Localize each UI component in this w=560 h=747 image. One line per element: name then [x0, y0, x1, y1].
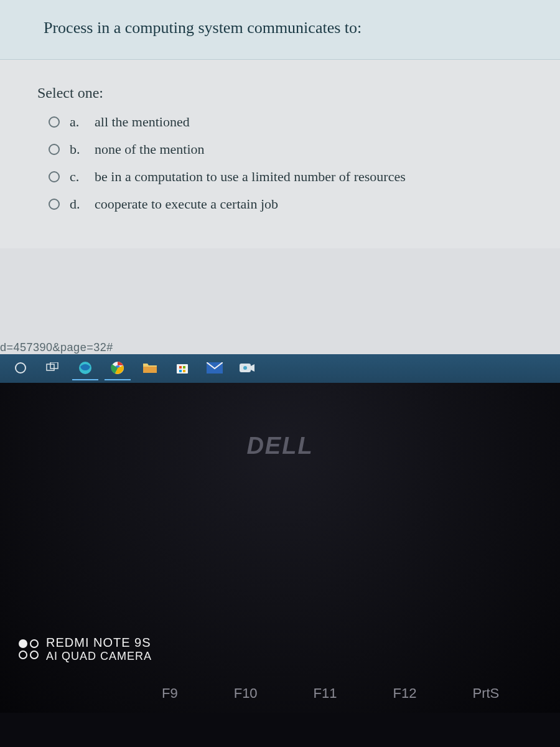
- svg-rect-8: [179, 366, 182, 369]
- key-f9: F9: [162, 685, 178, 702]
- option-a[interactable]: a. all the mentioned: [37, 114, 523, 130]
- option-text: none of the mention: [95, 141, 205, 157]
- option-text: be in a computation to use a limited num…: [95, 169, 406, 185]
- dell-logo: DELL: [246, 433, 313, 459]
- cortana-icon[interactable]: [7, 357, 34, 380]
- taskbar: [0, 354, 560, 383]
- key-f11: F11: [314, 685, 337, 702]
- keyboard-fn-keys: F9 F10 F11 F12 PrtS: [162, 685, 499, 702]
- answer-area: Select one: a. all the mentioned b. none…: [0, 60, 560, 248]
- option-b[interactable]: b. none of the mention: [37, 141, 523, 157]
- monitor-bezel: DELL REDMI NOTE 9S AI QUAD CAMERA F9 F10…: [0, 383, 560, 713]
- ms-store-icon[interactable]: [169, 357, 195, 380]
- key-f10: F10: [234, 685, 258, 702]
- option-text: cooperate to execute a certain job: [95, 196, 278, 212]
- key-f12: F12: [393, 685, 417, 702]
- option-letter: c.: [70, 169, 85, 185]
- svg-rect-10: [179, 370, 182, 372]
- question-header: Process in a computing system communicat…: [0, 0, 560, 60]
- option-d[interactable]: d. cooperate to execute a certain job: [37, 196, 523, 212]
- radio-icon[interactable]: [49, 171, 60, 182]
- screen-area: Process in a computing system communicat…: [0, 0, 560, 383]
- option-letter: a.: [70, 114, 85, 130]
- mail-icon[interactable]: [202, 357, 228, 380]
- quad-camera-icon: [19, 639, 39, 659]
- question-prompt: Process in a computing system communicat…: [44, 19, 516, 37]
- radio-icon[interactable]: [49, 144, 60, 155]
- camera-watermark: REDMI NOTE 9S AI QUAD CAMERA: [19, 636, 152, 663]
- task-view-icon[interactable]: [40, 357, 66, 380]
- file-explorer-icon[interactable]: [137, 357, 163, 380]
- chrome-icon[interactable]: [105, 357, 131, 380]
- svg-rect-9: [183, 366, 185, 369]
- camera-icon[interactable]: [234, 357, 260, 380]
- svg-point-0: [16, 363, 26, 373]
- option-letter: d.: [70, 196, 85, 212]
- svg-point-14: [243, 366, 247, 370]
- key-prts: PrtS: [472, 685, 499, 702]
- svg-rect-7: [177, 364, 188, 374]
- watermark-line2: AI QUAD CAMERA: [46, 650, 152, 663]
- svg-rect-11: [183, 370, 185, 372]
- option-c[interactable]: c. be in a computation to use a limited …: [37, 169, 523, 185]
- svg-rect-6: [143, 367, 157, 373]
- radio-icon[interactable]: [49, 116, 60, 128]
- select-instruction: Select one:: [37, 85, 523, 101]
- watermark-line1: REDMI NOTE 9S: [46, 636, 152, 650]
- option-text: all the mentioned: [95, 114, 190, 130]
- edge-icon[interactable]: [72, 357, 98, 380]
- radio-icon[interactable]: [49, 199, 60, 210]
- option-letter: b.: [70, 141, 85, 157]
- url-fragment: d=457390&page=32#: [0, 341, 113, 354]
